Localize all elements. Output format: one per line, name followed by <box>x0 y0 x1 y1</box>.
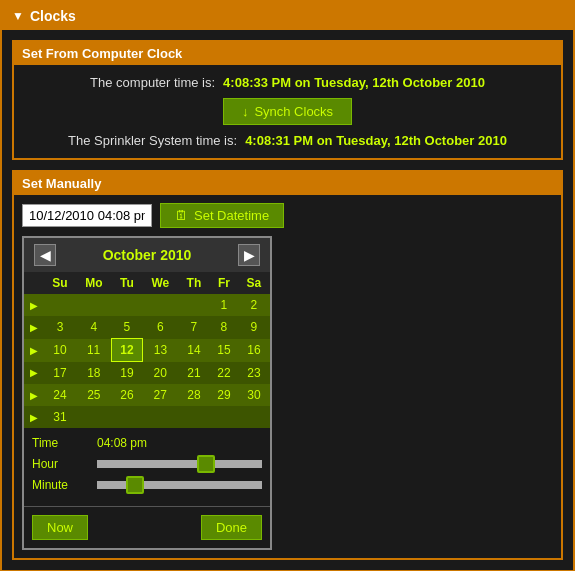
set-from-computer-section: Set From Computer Clock The computer tim… <box>12 40 563 160</box>
calendar-week-row: ▶10111213141516 <box>24 339 270 362</box>
calendar-week-row: ▶31 <box>24 406 270 428</box>
calendar-day[interactable]: 9 <box>238 316 269 339</box>
computer-time-row: The computer time is: 4:08:33 PM on Tues… <box>24 75 551 90</box>
hour-slider[interactable] <box>97 460 262 468</box>
clocks-panel: ▼ Clocks Set From Computer Clock The com… <box>0 0 575 571</box>
minute-slider-container <box>97 477 262 492</box>
calendar-day <box>76 406 111 428</box>
calendar-day[interactable]: 15 <box>209 339 238 362</box>
calendar-day[interactable]: 19 <box>112 362 143 385</box>
week-arrow[interactable]: ▶ <box>24 294 44 316</box>
chevron-right-icon: ▶ <box>244 247 255 263</box>
sprinkler-time-label: The Sprinkler System time is: <box>68 133 237 148</box>
calendar-day[interactable]: 6 <box>142 316 178 339</box>
calendar-day <box>76 294 111 316</box>
set-from-computer-body: The computer time is: 4:08:33 PM on Tues… <box>14 65 561 158</box>
chevron-left-icon: ◀ <box>40 247 51 263</box>
calendar-day[interactable]: 26 <box>112 384 143 406</box>
calendar-next-button[interactable]: ▶ <box>238 244 260 266</box>
hour-label: Hour <box>32 457 87 471</box>
calendar-day[interactable]: 21 <box>178 362 209 385</box>
calendar-day[interactable]: 30 <box>238 384 269 406</box>
week-arrow[interactable]: ▶ <box>24 384 44 406</box>
calendar-day[interactable]: 18 <box>76 362 111 385</box>
calendar-day[interactable]: 29 <box>209 384 238 406</box>
calendar-day <box>178 294 209 316</box>
calendar-day[interactable]: 13 <box>142 339 178 362</box>
cal-header-fr: Fr <box>209 272 238 294</box>
minute-row: Minute <box>32 477 262 492</box>
calendar-day[interactable]: 3 <box>44 316 76 339</box>
calendar-day <box>142 294 178 316</box>
calendar-popup: ◀ October 2010 ▶ Su Mo Tu We Th <box>22 236 272 550</box>
calendar-day[interactable]: 23 <box>238 362 269 385</box>
minute-slider[interactable] <box>97 481 262 489</box>
cal-header-arrow-col <box>24 272 44 294</box>
calendar-header: ◀ October 2010 ▶ <box>24 238 270 272</box>
sprinkler-time-row: The Sprinkler System time is: 4:08:31 PM… <box>24 133 551 148</box>
panel-title: Clocks <box>30 8 76 24</box>
cal-header-we: We <box>142 272 178 294</box>
cal-header-sa: Sa <box>238 272 269 294</box>
calendar-icon: 🗓 <box>175 208 188 223</box>
synch-clocks-button[interactable]: ↓ Synch Clocks <box>223 98 352 125</box>
calendar-week-row: ▶24252627282930 <box>24 384 270 406</box>
week-arrow[interactable]: ▶ <box>24 362 44 385</box>
calendar-day <box>112 406 143 428</box>
calendar-day[interactable]: 22 <box>209 362 238 385</box>
calendar-day[interactable]: 2 <box>238 294 269 316</box>
calendar-done-button[interactable]: Done <box>201 515 262 540</box>
calendar-day[interactable]: 17 <box>44 362 76 385</box>
calendar-week-row: ▶3456789 <box>24 316 270 339</box>
calendar-day[interactable]: 28 <box>178 384 209 406</box>
time-display-row: Time 04:08 pm <box>32 436 262 450</box>
calendar-day[interactable]: 24 <box>44 384 76 406</box>
calendar-day[interactable]: 16 <box>238 339 269 362</box>
synch-down-icon: ↓ <box>242 104 249 119</box>
calendar-day[interactable]: 11 <box>76 339 111 362</box>
calendar-day[interactable]: 14 <box>178 339 209 362</box>
set-manually-section: Set Manually 🗓 Set Datetime ◀ October 20… <box>12 170 563 560</box>
calendar-day <box>178 406 209 428</box>
calendar-day[interactable]: 31 <box>44 406 76 428</box>
minute-label: Minute <box>32 478 87 492</box>
panel-header: ▼ Clocks <box>2 2 573 30</box>
datetime-input[interactable] <box>22 204 152 227</box>
calendar-header-row: Su Mo Tu We Th Fr Sa <box>24 272 270 294</box>
panel-collapse-icon[interactable]: ▼ <box>12 9 24 23</box>
set-from-computer-header: Set From Computer Clock <box>14 42 561 65</box>
hour-slider-container <box>97 456 262 471</box>
calendar-day[interactable]: 10 <box>44 339 76 362</box>
cal-header-tu: Tu <box>112 272 143 294</box>
set-datetime-label: Set Datetime <box>194 208 269 223</box>
cal-header-th: Th <box>178 272 209 294</box>
now-label: Now <box>47 520 73 535</box>
week-arrow[interactable]: ▶ <box>24 339 44 362</box>
calendar-day[interactable]: 1 <box>209 294 238 316</box>
computer-time-value: 4:08:33 PM on Tuesday, 12th October 2010 <box>223 75 485 90</box>
calendar-day[interactable]: 25 <box>76 384 111 406</box>
calendar-day[interactable]: 8 <box>209 316 238 339</box>
calendar-day[interactable]: 27 <box>142 384 178 406</box>
calendar-day[interactable]: 5 <box>112 316 143 339</box>
week-arrow[interactable]: ▶ <box>24 316 44 339</box>
calendar-grid: Su Mo Tu We Th Fr Sa ▶12▶3456789▶1011121… <box>24 272 270 428</box>
calendar-day <box>142 406 178 428</box>
cal-header-su: Su <box>44 272 76 294</box>
done-label: Done <box>216 520 247 535</box>
computer-time-label: The computer time is: <box>90 75 215 90</box>
calendar-month-year: October 2010 <box>103 247 192 263</box>
calendar-now-button[interactable]: Now <box>32 515 88 540</box>
set-manually-header: Set Manually <box>14 172 561 195</box>
calendar-day[interactable]: 4 <box>76 316 111 339</box>
calendar-day <box>112 294 143 316</box>
calendar-day[interactable]: 20 <box>142 362 178 385</box>
calendar-prev-button[interactable]: ◀ <box>34 244 56 266</box>
set-datetime-button[interactable]: 🗓 Set Datetime <box>160 203 284 228</box>
time-value: 04:08 pm <box>97 436 147 450</box>
calendar-day[interactable]: 12 <box>112 339 143 362</box>
sprinkler-time-value: 4:08:31 PM on Tuesday, 12th October 2010 <box>245 133 507 148</box>
week-arrow[interactable]: ▶ <box>24 406 44 428</box>
calendar-day[interactable]: 7 <box>178 316 209 339</box>
calendar-week-row: ▶17181920212223 <box>24 362 270 385</box>
